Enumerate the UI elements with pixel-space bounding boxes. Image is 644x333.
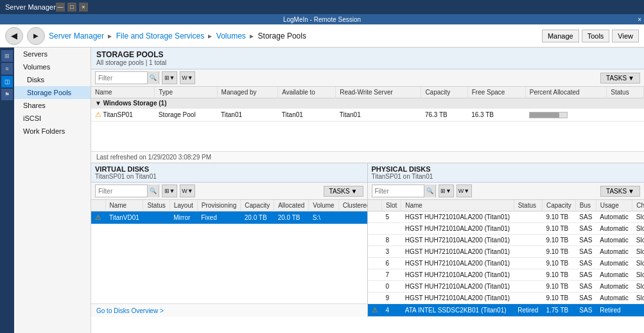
table-row[interactable]: 7 HGST HUH721010ALA200 (Titan01) 9.10 TB… (368, 269, 645, 281)
vd-icon-btn-1[interactable]: ⊞▼ (162, 184, 177, 197)
pd-warn-cell: ⚠ (368, 304, 382, 317)
tools-button[interactable]: Tools (582, 30, 610, 42)
pd-slot: 0 (382, 281, 401, 292)
pd-name: HGST HUH721010ALA200 (Titan01) (401, 223, 514, 235)
breadcrumb-volumes[interactable]: Volumes (216, 32, 246, 40)
pd-search-button[interactable]: 🔍 (424, 184, 435, 197)
storage-pools-filter-input[interactable] (96, 75, 147, 82)
pd-status (514, 281, 542, 292)
pd-icon-btn-2[interactable]: W▼ (457, 184, 472, 197)
vd-allocated: 20.0 TB (274, 212, 309, 224)
table-row[interactable]: ⚠ 4 ATA INTEL SSDSC2KB01 (Titan01) Retir… (368, 304, 645, 317)
pd-usage: Retired (596, 304, 632, 317)
table-row[interactable]: ⚠ ATA INTEL SSDSC2KB01 (Titan01) Retired… (368, 317, 645, 318)
breadcrumb-server-manager[interactable]: Server Manager (49, 32, 104, 40)
sidebar-item-disks[interactable]: Disks (14, 73, 91, 86)
view-button[interactable]: View (612, 30, 639, 42)
pd-filter-box: 🔍 (372, 184, 436, 197)
col-name: Name (91, 87, 155, 98)
pd-icon-btn-1[interactable]: ⊞▼ (439, 184, 454, 197)
login-bar-close[interactable]: × (638, 16, 641, 23)
table-row[interactable]: ⚠ TitanSP01 Storage Pool Titan01 Titan01… (91, 109, 644, 122)
pd-capacity: 1.75 TB (542, 317, 575, 318)
pd-bus: SAS (575, 281, 596, 292)
forward-button[interactable]: ▶ (27, 27, 45, 45)
storage-pools-filter-box: 🔍 (95, 71, 159, 84)
title-bar-text: Server Manager (5, 3, 56, 11)
breadcrumb-current: Storage Pools (258, 32, 306, 40)
pd-bus: SAS (575, 292, 596, 304)
pd-name: HGST HUH721010ALA200 (Titan01) (401, 292, 514, 304)
pd-chassis (632, 304, 644, 317)
icon-flag[interactable]: ⚑ (1, 89, 13, 100)
pd-col-warn (368, 200, 382, 212)
storage-pools-tasks-button[interactable]: TASKS ▼ (600, 73, 640, 84)
go-to-disks-link[interactable]: Go to Disks Overview > (96, 307, 164, 314)
pd-name: ATA INTEL SSDSC2KB01 (Titan01) (401, 304, 514, 317)
vd-filter-input[interactable] (96, 188, 147, 195)
icon-bar[interactable]: ≡ (1, 63, 13, 75)
storage-pools-icon-btn-1[interactable]: ⊞▼ (162, 71, 177, 84)
pd-tasks-button[interactable]: TASKS ▼ (600, 186, 640, 197)
table-row[interactable]: 8 HGST HUH721010ALA200 (Titan01) 9.10 TB… (368, 235, 645, 246)
table-row[interactable]: HGST HUH721010ALA200 (Titan01) 9.10 TB S… (368, 223, 645, 235)
vd-provisioning: Fixed (197, 212, 240, 224)
sidebar-item-shares[interactable]: Shares (14, 99, 91, 112)
pd-filter-input[interactable] (372, 188, 424, 195)
storage-pools-status: Last refreshed on 1/29/2020 3:08:29 PM (91, 151, 644, 163)
pd-chassis: Slot 9 (632, 223, 644, 235)
pd-slot (382, 223, 401, 235)
toolbar-left: 🔍 ⊞▼ W▼ (95, 71, 195, 84)
pd-slot: 5 (382, 212, 401, 223)
sidebar-item-work-folders[interactable]: Work Folders (14, 125, 91, 138)
sidebar-item-iscsi[interactable]: iSCSI (14, 112, 91, 125)
vd-search-button[interactable]: 🔍 (147, 184, 159, 197)
pd-status (514, 269, 542, 281)
tasks-arrow-icon: ▼ (628, 75, 634, 82)
table-row[interactable]: 6 HGST HUH721010ALA200 (Titan01) 9.10 TB… (368, 258, 645, 269)
main-header: ◀ ▶ Server Manager ▸ File and Storage Se… (0, 24, 644, 48)
pd-col-chassis: Chassis (632, 200, 644, 212)
pd-chassis: Slot 7 (632, 269, 644, 281)
content-area: STORAGE POOLS All storage pools | 1 tota… (91, 48, 644, 333)
virtual-disks-subtitle: TitanSP01 on Titan01 (95, 173, 363, 180)
sidebar-item-storage-pools[interactable]: Storage Pools (14, 86, 91, 99)
vd-icon-btn-2[interactable]: W▼ (180, 184, 195, 197)
close-button[interactable]: × (79, 3, 88, 12)
storage-pools-header: STORAGE POOLS All storage pools | 1 tota… (91, 48, 644, 69)
pd-chassis: Slot 2 (632, 246, 644, 258)
pd-bus: SAS (575, 223, 596, 235)
pd-bus: SAS (575, 246, 596, 258)
pd-name: ATA INTEL SSDSC2KB01 (Titan01) (401, 317, 514, 318)
storage-pools-search-button[interactable]: 🔍 (147, 71, 159, 84)
pd-capacity: 9.10 TB (542, 292, 575, 304)
table-row[interactable]: 3 HGST HUH721010ALA200 (Titan01) 9.10 TB… (368, 246, 645, 258)
breadcrumb-file-storage[interactable]: File and Storage Services (116, 32, 204, 40)
vd-tasks-button[interactable]: TASKS ▼ (324, 186, 363, 197)
sidebar-item-servers[interactable]: Servers (14, 48, 91, 60)
col-available-to: Available to (278, 87, 336, 98)
table-row[interactable]: 9 HGST HUH721010ALA200 (Titan01) 9.10 TB… (368, 292, 645, 304)
pd-title: PHYSICAL DISKS (372, 165, 641, 173)
icon-storage[interactable]: ◫ (1, 76, 13, 87)
manage-button[interactable]: Manage (542, 30, 579, 42)
maximize-button[interactable]: □ (67, 3, 76, 12)
sidebar-label-servers: Servers (23, 50, 48, 58)
pd-bus: SAS (575, 304, 596, 317)
group-collapse-icon[interactable]: ▼ (95, 100, 101, 107)
table-row[interactable]: 0 HGST HUH721010ALA200 (Titan01) 9.10 TB… (368, 281, 645, 292)
table-row[interactable]: ⚠ TitanVD01 Mirror Fixed 20.0 TB 20.0 TB… (91, 212, 367, 224)
progress-bar (529, 112, 568, 118)
table-row[interactable]: 5 HGST HUH721010ALA200 (Titan01) 9.10 TB… (368, 212, 645, 223)
storage-pools-table-container: Name Type Managed by Available to Read-W… (91, 87, 644, 151)
pd-bus: SAS (575, 235, 596, 246)
icon-dashboard[interactable]: ⊞ (1, 50, 13, 62)
back-button[interactable]: ◀ (5, 27, 23, 45)
minimize-button[interactable]: — (56, 3, 65, 12)
virtual-disks-title: VIRTUAL DISKS (95, 165, 363, 173)
col-type: Type (155, 87, 217, 98)
sidebar-item-volumes[interactable]: Volumes (14, 60, 91, 73)
pool-free-space: 16.3 TB (467, 109, 525, 122)
storage-pools-icon-btn-2[interactable]: W▼ (180, 71, 195, 84)
pd-col-capacity: Capacity (542, 200, 575, 212)
